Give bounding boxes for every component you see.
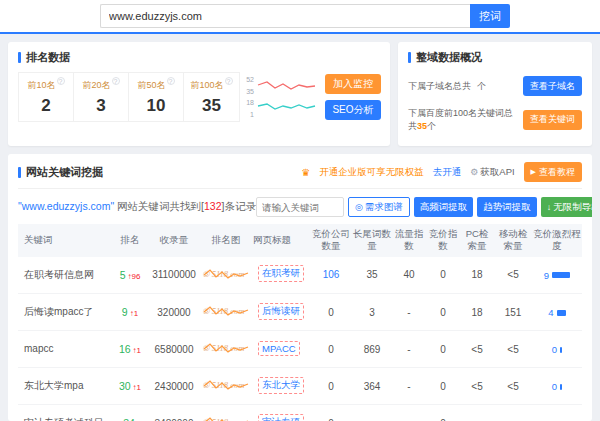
summary-cards-row: 排名数据 前10名?2前20名?3前50名?10前100名?35 5235181… [0,34,600,154]
subdomain-unit: 个 [477,81,486,91]
pc-search-volume: <5 [460,331,494,368]
mobile-search-volume: - [494,405,532,421]
axis-label: 35 [243,88,254,95]
traffic-index: - [392,331,426,368]
keyword-link[interactable]: 后悔读mpacc了 [24,305,93,319]
bid-companies-count: 0 [328,381,334,392]
domain-card-title-text: 整域数据概况 [416,50,482,65]
subdomain-text: 下属子域名总共 [408,81,471,91]
unlimited-export-button[interactable]: ↓无限制导出 [541,197,592,217]
stat-label: 前10名? [19,77,73,92]
rank-stat: 前50名?10 [129,73,184,121]
bid-index: 0 [426,294,460,331]
page-title-link[interactable]: 东北大学 [258,377,304,394]
bid-heat-bar [560,347,562,353]
bid-index: 0 [426,257,460,294]
keyword-link[interactable]: 审计专硕考试科目 [24,416,104,421]
view-subdomains-button[interactable]: 查看子域名 [523,76,582,96]
upgrade-link[interactable]: 去开通 [433,166,462,179]
keywords-count: 35 [417,121,427,131]
map-icon: ◎ [355,202,363,212]
bid-companies-count: 0 [328,344,334,355]
column-header: 网页标题 [252,224,310,257]
enterprise-promo-text: 开通企业版可享无限权益 [319,166,424,179]
column-header: 竞价公司数量 [310,224,352,257]
bid-heat-bar [552,272,570,278]
panel-title: 网站关键词挖掘 [18,165,103,180]
help-icon: ? [225,77,233,85]
keyword-link[interactable]: mapcc [24,342,53,356]
rank-stats: 前10名?2前20名?3前50名?10前100名?35 [18,72,240,122]
high-frequency-extract-button[interactable]: 高频词提取 [414,197,474,217]
rank-value: 16 [119,343,131,355]
ranking-card-title: 排名数据 [18,50,380,65]
stat-value: 2 [19,96,73,116]
seo-analysis-button[interactable]: SEO分析 [325,100,381,120]
rank-trend-sparkline [203,303,249,319]
index-count: 320000 [148,294,200,331]
keyword-link[interactable]: 东北大学mpa [24,379,83,393]
ranking-trend-chart: 5235181 [243,76,318,118]
bid-heat-value: 9 [544,270,549,281]
rank-change-badge: ↑96 [127,272,140,281]
rank-value: 5 [120,269,126,281]
mobile-search-volume: <5 [494,257,532,294]
table-row: 审计专硕考试科目343480000⑤ 5118.com审计专硕0--0--0 [18,405,582,421]
keyword-link[interactable]: 在职考研信息网 [24,268,94,282]
download-icon: ↓ [547,202,552,212]
rank-stat: 前20名?3 [74,73,129,121]
column-header: 竞价指数 [426,224,460,257]
index-count: 31100000 [148,257,200,294]
help-icon: ? [167,77,175,85]
traffic-index: 40 [392,257,426,294]
rank-value: 34 [123,417,135,421]
longtail-count: - [352,405,392,421]
page-title-link[interactable]: 审计专硕 [258,414,304,421]
page-title-link[interactable]: 在职考研 [258,265,304,282]
bid-companies-count[interactable]: 106 [323,269,340,280]
demand-map-button[interactable]: ◎需求图谱 [348,197,410,217]
traffic-index: - [392,405,426,421]
stat-value: 10 [129,96,183,116]
view-tutorial-label: 查看教程 [539,166,575,179]
column-header: 移动检索量 [494,224,532,257]
table-header-row: 关键词排名收录量排名图网页标题竞价公司数量长尾词数量流量指数竞价指数PC检索量移… [18,224,582,257]
ranking-trend-sparklines [256,76,318,118]
title-accent-bar [18,167,21,178]
rank-trend-sparkline [203,340,249,356]
longtail-count: 35 [352,257,392,294]
longtail-count: 869 [352,331,392,368]
result-text-before: 网站关键词共找到[ [114,200,204,212]
view-tutorial-button[interactable]: ▶查看教程 [524,162,582,182]
keyword-table: 关键词排名收录量排名图网页标题竞价公司数量长尾词数量流量指数竞价指数PC检索量移… [18,224,582,421]
axis-label: 18 [243,99,254,106]
keyword-filter-input[interactable] [256,197,344,217]
gear-icon: ⚙ [470,167,478,177]
trend-extract-button[interactable]: 趋势词提取 [477,197,537,217]
axis-label: 1 [243,111,254,118]
page-title-link[interactable]: MPACC [258,341,300,356]
bid-index: 0 [426,331,460,368]
result-text-after: ]条记录 [222,200,256,212]
rank-trend-sparkline [203,266,249,282]
column-header: 流量指数 [392,224,426,257]
domain-search-input[interactable] [100,4,470,28]
index-count: 3480000 [148,405,200,421]
result-count: 132 [204,200,222,212]
rank-value: 9 [122,306,128,318]
page-title-link[interactable]: 后悔读研 [258,303,304,320]
bid-companies-count: 0 [328,307,334,318]
stat-label: 前100名? [184,77,239,92]
subdomain-summary: 下属子域名总共个 [408,80,486,93]
rank-change-badge: ↑1 [133,346,141,355]
dig-words-button[interactable]: 挖词 [470,4,510,28]
get-api-link[interactable]: ⚙获取API [470,166,514,179]
view-keywords-button[interactable]: 查看关键词 [523,110,582,130]
traffic-index: - [392,294,426,331]
keywords-unit: 个 [427,121,436,131]
pc-search-volume: <5 [460,368,494,405]
stat-label: 前20名? [74,77,128,92]
add-monitor-button[interactable]: 加入监控 [325,74,381,94]
result-domain-link[interactable]: "www.eduzzyjs.com" [18,200,114,212]
traffic-index: - [392,368,426,405]
